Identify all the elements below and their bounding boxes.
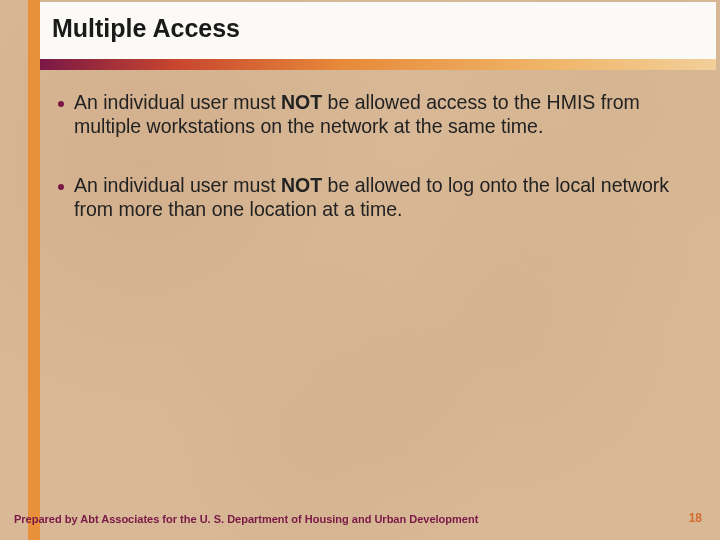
bullet-pre: An individual user must bbox=[74, 174, 281, 196]
bullet-bold: NOT bbox=[281, 91, 322, 113]
page-number: 18 bbox=[689, 511, 702, 525]
bullet-text: An individual user must NOT be allowed t… bbox=[74, 173, 690, 222]
slide: Multiple Access An individual user must … bbox=[0, 0, 720, 540]
bullet-dot-icon bbox=[58, 101, 64, 107]
left-accent-bar bbox=[28, 0, 40, 540]
bullet-pre: An individual user must bbox=[74, 91, 281, 113]
content-area: An individual user must NOT be allowed a… bbox=[58, 90, 690, 256]
bullet-item: An individual user must NOT be allowed a… bbox=[58, 90, 690, 139]
title-underline-gradient bbox=[40, 59, 716, 70]
bullet-dot-icon bbox=[58, 184, 64, 190]
bullet-text: An individual user must NOT be allowed a… bbox=[74, 90, 690, 139]
slide-title: Multiple Access bbox=[52, 14, 240, 43]
bullet-item: An individual user must NOT be allowed t… bbox=[58, 173, 690, 222]
footer-credit: Prepared by Abt Associates for the U. S.… bbox=[14, 513, 478, 525]
bullet-bold: NOT bbox=[281, 174, 322, 196]
